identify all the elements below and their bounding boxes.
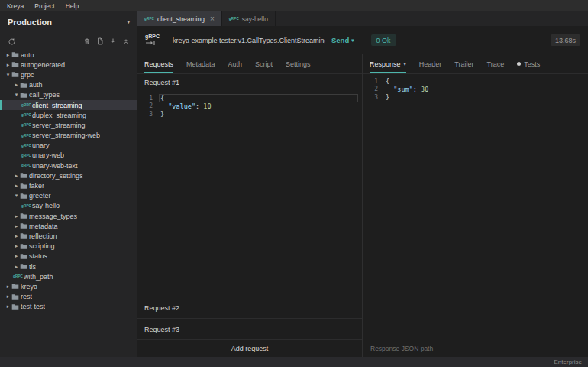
tree-item-label: server_streaming	[32, 122, 86, 129]
menu-item-project[interactable]: Project	[29, 2, 60, 10]
tree-item-grpc[interactable]: ▾grpc	[0, 70, 137, 80]
tree-item-label: scripting	[29, 242, 55, 250]
sidebar-tree: ▸auto▸autogenerated▾grpc▸auth▾call_types…	[0, 50, 137, 357]
request-2-header[interactable]: Request #2	[137, 297, 362, 318]
tree-item-label: unary-web	[32, 151, 64, 159]
menu-item-kreya[interactable]: Kreya	[2, 2, 29, 10]
chevron-down-icon[interactable]: ▾	[351, 37, 354, 44]
code-text: }	[153, 110, 164, 118]
tree-item-unary-web[interactable]: gRPCunary-web	[0, 151, 137, 161]
request-3-header[interactable]: Request #3	[137, 318, 362, 339]
tree-item-directory_settings[interactable]: ▸directory_settings	[0, 171, 137, 180]
code-text: }	[378, 93, 389, 101]
tree-item-autogenerated[interactable]: ▸autogenerated	[0, 60, 137, 70]
code-line: 2 "value": 10	[137, 102, 362, 111]
request-tab-metadata[interactable]: Metadata	[186, 54, 215, 73]
tree-item-unary[interactable]: gRPCunary	[0, 141, 137, 151]
tree-item-say-hello[interactable]: gRPCsay-hello	[0, 201, 137, 211]
chevron-right-icon: ▸	[13, 253, 20, 259]
tree-item-faker[interactable]: ▸faker	[0, 180, 137, 190]
response-tab-trailer[interactable]: Trailer	[454, 54, 473, 73]
tree-item-label: call_types	[29, 91, 60, 99]
tab-label: client_streaming	[157, 15, 205, 23]
tree-item-auto[interactable]: ▸auto	[0, 50, 137, 60]
response-tab-header[interactable]: Header	[419, 54, 442, 73]
tree-item-with_path[interactable]: gRPCwith_path	[0, 271, 137, 281]
tree-item-label: autogenerated	[21, 61, 65, 69]
request-1-header[interactable]: Request #1	[137, 74, 362, 91]
folder-icon	[11, 61, 21, 68]
tree-item-label: directory_settings	[29, 172, 83, 180]
tree-item-server_streaming-web[interactable]: gRPCserver_streaming-web	[0, 131, 137, 141]
sidebar-toolbar	[0, 33, 137, 50]
send-button[interactable]: Send ▾	[331, 36, 354, 44]
tree-item-metadata[interactable]: ▸metadata	[0, 221, 137, 231]
code-line: 1{	[363, 77, 588, 86]
tree-item-server_streaming[interactable]: gRPCserver_streaming	[0, 120, 137, 130]
tree-item-tls[interactable]: ▸tls	[0, 261, 137, 271]
response-pane: Response▾HeaderTrailerTraceTests 1{2 "su…	[363, 54, 588, 357]
request-tab-settings[interactable]: Settings	[286, 54, 311, 73]
tree-item-client_streaming[interactable]: gRPCclient_streaming	[0, 100, 137, 110]
tree-item-call_types[interactable]: ▾call_types	[0, 90, 137, 100]
sync-icon[interactable]	[6, 36, 17, 47]
client-streaming-icon	[145, 40, 156, 47]
send-label: Send	[331, 36, 349, 44]
tab-client_streaming[interactable]: gRPCclient_streaming×	[137, 11, 222, 26]
add-request-button[interactable]: Add request	[137, 339, 362, 357]
folder-icon	[20, 232, 29, 239]
tree-item-kreya[interactable]: ▸kreya	[0, 281, 137, 291]
trash-icon[interactable]	[82, 36, 92, 47]
grpc-badge-icon: gRPC	[21, 204, 32, 208]
tree-item-label: tls	[29, 263, 36, 271]
tree-item-test-test[interactable]: ▸test-test	[0, 302, 137, 312]
tree-item-message_types[interactable]: ▸message_types	[0, 211, 137, 221]
line-number: 3	[363, 94, 378, 101]
tab-label: Auth	[228, 60, 243, 68]
line-number: 2	[137, 102, 153, 109]
new-request-icon[interactable]	[95, 36, 105, 47]
collapse-all-icon[interactable]	[121, 36, 131, 47]
tree-item-greeter[interactable]: ▾greeter	[0, 191, 137, 201]
environment-selector[interactable]: Production ▾	[0, 11, 137, 33]
request-tab-auth[interactable]: Auth	[228, 54, 243, 73]
tree-item-rest[interactable]: ▸rest	[0, 292, 137, 302]
close-icon[interactable]: ×	[210, 15, 215, 23]
chevron-right-icon: ▸	[13, 264, 20, 270]
tree-item-unary-web-text[interactable]: gRPCunary-web-text	[0, 161, 137, 171]
request-editor[interactable]: 1{2 "value": 103}	[137, 91, 362, 120]
tree-item-duplex_streaming[interactable]: gRPCduplex_streaming	[0, 110, 137, 120]
chevron-right-icon: ▸	[13, 243, 20, 249]
tree-item-label: grpc	[21, 71, 34, 79]
tree-item-label: with_path	[24, 273, 53, 281]
folder-icon	[11, 294, 21, 300]
menu-item-help[interactable]: Help	[60, 2, 84, 10]
tree-item-auth[interactable]: ▸auth	[0, 80, 137, 90]
tab-say-hello[interactable]: gRPCsay-hello	[222, 11, 276, 26]
code-text: {	[378, 77, 389, 85]
tree-item-reflection[interactable]: ▸reflection	[0, 231, 137, 241]
tree-item-scripting[interactable]: ▸scripting	[0, 242, 137, 252]
line-number: 1	[137, 95, 153, 102]
response-tab-trace[interactable]: Trace	[487, 54, 505, 73]
response-tab-response[interactable]: Response▾	[370, 54, 406, 73]
import-icon[interactable]	[108, 36, 118, 47]
chevron-down-icon: ▾	[404, 61, 406, 67]
status-bar: Enterprise	[0, 357, 588, 367]
response-tab-tests[interactable]: Tests	[517, 54, 540, 73]
request-header: gRPC kreya example tester.v1.CallTypes.C…	[137, 26, 588, 54]
chevron-down-icon: ▾	[13, 193, 20, 199]
request-tab-script[interactable]: Script	[255, 54, 273, 73]
chevron-right-icon: ▸	[13, 223, 20, 229]
code-line: 1{	[137, 94, 362, 102]
chevron-down-icon: ▾	[127, 19, 130, 25]
code-text: "value": 10	[153, 102, 212, 110]
request-tab-requests[interactable]: Requests	[144, 54, 173, 73]
main-area: gRPCclient_streaming×gRPCsay-hello gRPC …	[137, 11, 588, 357]
tree-item-status[interactable]: ▸status	[0, 252, 137, 261]
response-json-path-input[interactable]: Response JSON path	[363, 340, 588, 357]
code-text: "sum": 30	[378, 86, 428, 93]
tab-label: Metadata	[186, 60, 215, 68]
line-number: 3	[137, 111, 153, 118]
tree-item-label: say-hello	[32, 202, 60, 209]
